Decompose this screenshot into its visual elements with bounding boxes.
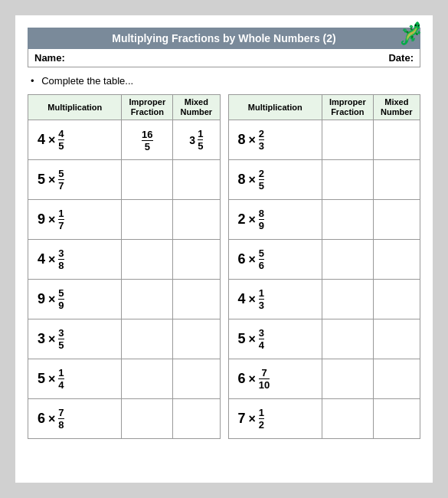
right-col-mult-header: Multiplication [228,95,322,120]
table-row: 9 × 17 [28,200,221,240]
table-row: 4 × 38 [28,240,221,280]
table-row: 8 × 25 [228,160,420,200]
improper-fraction-cell: 165 [122,120,173,160]
whole-number: 2 [238,211,246,228]
improper-fraction-cell [122,240,173,280]
mult-cell: 9 × 17 [28,200,122,240]
table-row: 5 × 34 [228,319,420,359]
mixed-number-cell [173,280,220,319]
table-row: 4 × 13 [228,280,420,319]
times-symbol: × [249,253,256,267]
whole-number: 5 [38,172,45,188]
table-row: 6 × 710 [228,359,420,399]
improper-fraction-cell [322,120,373,160]
times-symbol: × [249,372,256,386]
table-row: 5 × 57 [28,160,221,200]
times-symbol: × [48,213,55,227]
mult-cell: 6 × 710 [228,359,322,399]
right-col-mix-header: MixedNumber [373,95,420,120]
table-row: 5 × 14 [28,359,221,399]
improper-fraction-cell [322,280,373,319]
times-symbol: × [48,372,55,386]
mult-cell: 6 × 56 [228,240,322,280]
whole-number: 3 [38,331,45,347]
whole-number: 8 [238,132,246,148]
whole-number: 7 [238,411,246,427]
mult-cell: 5 × 14 [28,359,122,399]
mult-cell: 4 × 13 [228,280,322,319]
whole-number: 6 [238,371,246,387]
improper-fraction-cell [322,359,373,399]
times-symbol: × [249,412,256,426]
gecko-icon: 🦎 [398,23,425,44]
times-symbol: × [249,133,256,147]
mixed-number-cell [373,399,420,439]
table-row: 6 × 56 [228,240,420,280]
right-col-imp-header: ImproperFraction [322,95,373,120]
whole-number: 8 [238,172,246,188]
left-col-imp-header: ImproperFraction [122,95,173,120]
mult-cell: 4 × 45 [28,120,122,160]
mixed-number-cell [373,359,420,399]
tables-container: Multiplication ImproperFraction MixedNum… [28,94,420,439]
mult-cell: 8 × 25 [228,160,322,200]
mixed-number-cell [173,240,220,280]
mixed-number-cell [173,200,220,240]
times-symbol: × [48,293,55,306]
mult-cell: 4 × 38 [28,240,122,280]
mixed-number-cell [373,319,420,359]
table-row: 2 × 89 [228,200,420,240]
times-symbol: × [48,412,55,426]
mixed-number-cell [373,240,420,280]
mult-cell: 5 × 34 [228,319,322,359]
mult-cell: 8 × 23 [228,120,322,160]
improper-fraction-cell [322,399,373,439]
times-symbol: × [249,293,256,306]
mixed-number-cell [373,120,420,160]
worksheet-title: Multiplying Fractions by Whole Numbers (… [28,28,420,49]
whole-number: 6 [38,411,45,427]
table-row: 3 × 35 [28,319,221,359]
improper-fraction-cell [122,160,173,200]
whole-number: 5 [38,371,45,387]
whole-number: 6 [238,251,246,267]
name-date-row: Name: Date: [28,49,420,67]
table-row: 8 × 23 [228,120,420,160]
whole-number: 4 [238,291,246,307]
mult-cell: 6 × 78 [28,399,122,439]
mult-cell: 5 × 57 [28,160,122,200]
mult-cell: 2 × 89 [228,200,322,240]
mixed-number-cell: 315 [173,120,220,160]
whole-number: 4 [38,132,45,148]
mixed-number-cell [173,399,220,439]
instruction-text: • Complete the table... [31,75,420,87]
times-symbol: × [48,253,55,267]
improper-fraction-cell [322,319,373,359]
table-row: 7 × 12 [228,399,420,439]
left-col-mult-header: Multiplication [28,95,122,120]
whole-number: 5 [238,331,246,347]
mixed-number-cell [173,160,220,200]
times-symbol: × [249,173,256,187]
improper-fraction-cell [122,359,173,399]
whole-number: 9 [38,291,45,307]
improper-fraction-cell [322,240,373,280]
table-row: 9 × 59 [28,280,221,319]
worksheet-page: 🦎 Multiplying Fractions by Whole Numbers… [15,15,433,483]
mult-cell: 3 × 35 [28,319,122,359]
mixed-number-cell [173,359,220,399]
bullet-icon: • [31,75,34,87]
improper-fraction-cell [322,200,373,240]
left-col-mix-header: MixedNumber [173,95,220,120]
improper-fraction-cell [122,399,173,439]
left-table: Multiplication ImproperFraction MixedNum… [28,94,221,439]
mixed-number-cell [373,200,420,240]
whole-number: 4 [38,251,45,267]
improper-fraction-cell [322,160,373,200]
times-symbol: × [48,133,55,147]
mixed-number-cell [173,319,220,359]
improper-fraction-cell [122,200,173,240]
improper-fraction-cell [122,319,173,359]
improper-fraction-cell [122,280,173,319]
table-row: 4 × 45 165315 [28,120,221,160]
